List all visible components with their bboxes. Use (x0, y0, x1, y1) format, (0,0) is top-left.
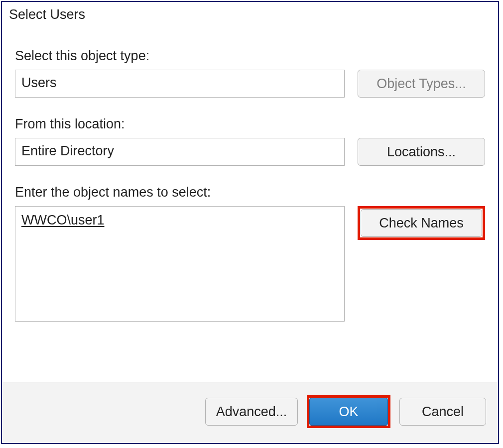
object-names-label: Enter the object names to select: (15, 185, 485, 200)
dialog-content: Select this object type: Users Object Ty… (2, 24, 498, 382)
ok-button[interactable]: OK (309, 398, 388, 426)
location-label: From this location: (15, 116, 485, 132)
check-names-button[interactable]: Check Names (361, 209, 482, 237)
object-name-entry: WWCO\user1 (21, 213, 105, 227)
object-type-field: Users (15, 70, 345, 98)
check-names-highlight: Check Names (358, 206, 485, 240)
dialog-footer: Advanced... OK Cancel (2, 382, 498, 443)
object-names-input[interactable]: WWCO\user1 (15, 206, 345, 322)
object-types-button[interactable]: Object Types... (358, 70, 485, 98)
location-field: Entire Directory (15, 138, 345, 166)
select-users-dialog: Select Users Select this object type: Us… (1, 1, 499, 444)
dialog-title: Select Users (2, 2, 498, 24)
locations-button[interactable]: Locations... (358, 138, 485, 166)
advanced-button[interactable]: Advanced... (205, 398, 298, 426)
object-type-label: Select this object type: (15, 48, 485, 64)
cancel-button[interactable]: Cancel (399, 398, 486, 426)
ok-highlight: OK (307, 395, 390, 428)
